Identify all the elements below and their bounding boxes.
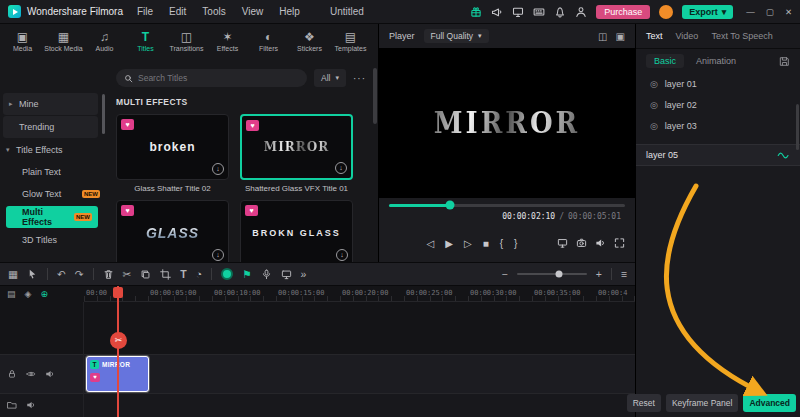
tab-video[interactable]: Video bbox=[676, 31, 699, 41]
audio-track-lane[interactable] bbox=[0, 394, 635, 417]
close-icon[interactable]: ✕ bbox=[785, 7, 792, 17]
search-input[interactable] bbox=[138, 73, 299, 83]
sidebar-item-3d-titles[interactable]: 3D Titles bbox=[0, 229, 106, 251]
bell-icon[interactable] bbox=[554, 6, 566, 18]
tab-text-to-speech[interactable]: Text To Speech bbox=[711, 31, 772, 41]
step-back-button[interactable]: ◁ bbox=[427, 238, 435, 249]
download-icon[interactable]: ↓ bbox=[335, 162, 347, 174]
manage-tracks-icon[interactable]: ▤ bbox=[7, 289, 16, 299]
library-scrollbar[interactable] bbox=[373, 68, 377, 124]
workspace-layout-icon[interactable]: ▦ bbox=[8, 268, 18, 280]
split-view-icon[interactable]: ◫ bbox=[598, 31, 607, 42]
subtab-basic[interactable]: Basic bbox=[646, 54, 684, 68]
template-thumb-shattered-glass-01[interactable]: ♥ MIRROR ↓ bbox=[240, 114, 353, 180]
seek-bar[interactable] bbox=[389, 204, 625, 207]
template-thumb-brokn-glass[interactable]: ♥ BROKN GLASS ↓ bbox=[240, 200, 353, 262]
search-box[interactable] bbox=[116, 69, 307, 87]
text-tool-icon[interactable]: T bbox=[180, 268, 186, 280]
volume-icon[interactable] bbox=[595, 238, 606, 249]
copy-icon[interactable] bbox=[140, 269, 151, 280]
track-folder-icon[interactable] bbox=[7, 400, 17, 410]
sidebar-item-glow-text[interactable]: Glow Text NEW bbox=[0, 183, 106, 205]
download-icon[interactable]: ↓ bbox=[336, 249, 348, 261]
sidebar-item-trending[interactable]: Trending bbox=[3, 116, 98, 138]
split-scissors-icon[interactable]: ✂ bbox=[123, 268, 132, 280]
play-button[interactable]: ▶ bbox=[445, 238, 453, 249]
marker-flag-icon[interactable]: ⚑ bbox=[242, 268, 251, 280]
motion-track-icon[interactable]: ⊕ bbox=[40, 289, 48, 299]
undo-icon[interactable]: ↶ bbox=[57, 268, 66, 280]
playhead-line[interactable] bbox=[117, 286, 119, 417]
sidebar-item-mine[interactable]: ▸ Mine bbox=[3, 93, 98, 115]
keyframe-panel-button[interactable]: Keyframe Panel bbox=[666, 394, 738, 412]
snapshot-camera-icon[interactable] bbox=[576, 238, 587, 249]
tab-titles[interactable]: TTitles bbox=[125, 30, 166, 52]
template-thumb-glass[interactable]: ♥ GLASS ↓ bbox=[116, 200, 229, 262]
active-layer-row[interactable]: layer 05 bbox=[636, 144, 800, 166]
split-scissors-badge[interactable]: ✂ bbox=[110, 332, 127, 349]
tab-stickers[interactable]: ❖Stickers bbox=[289, 30, 330, 52]
mark-out-button[interactable]: } bbox=[514, 238, 517, 249]
track-mute-icon[interactable] bbox=[45, 369, 55, 379]
layer-item-03[interactable]: ◎ layer 03 bbox=[636, 115, 800, 136]
screen-icon[interactable] bbox=[512, 6, 524, 18]
sidebar-item-multi-effects[interactable]: Multi Effects NEW bbox=[6, 206, 98, 228]
timeline-menu-icon[interactable]: ≡ bbox=[621, 268, 627, 280]
template-thumb-glass-shatter-02[interactable]: ♥ broken ↓ bbox=[116, 114, 229, 180]
tab-effects[interactable]: ✶Effects bbox=[207, 30, 248, 52]
account-avatar[interactable] bbox=[659, 5, 673, 19]
screen-record-icon[interactable] bbox=[281, 269, 292, 280]
subtab-animation[interactable]: Animation bbox=[696, 56, 736, 66]
track-eye-icon[interactable] bbox=[26, 369, 36, 379]
display-icon[interactable] bbox=[557, 238, 568, 249]
video-preview[interactable]: MIRROR bbox=[379, 48, 635, 198]
menu-file[interactable]: File bbox=[137, 6, 153, 17]
crop-icon[interactable] bbox=[160, 269, 171, 280]
menu-help[interactable]: Help bbox=[279, 6, 300, 17]
quality-dropdown[interactable]: Full Quality ▾ bbox=[424, 29, 489, 43]
zoom-slider-handle[interactable] bbox=[555, 271, 562, 278]
select-tool-icon[interactable] bbox=[27, 269, 38, 280]
layer-item-02[interactable]: ◎ layer 02 bbox=[636, 94, 800, 115]
playhead-handle[interactable] bbox=[113, 287, 123, 298]
zoom-out-icon[interactable]: − bbox=[502, 268, 508, 280]
redo-icon[interactable]: ↷ bbox=[75, 268, 84, 280]
timeline-zoom-slider[interactable] bbox=[517, 273, 587, 275]
minimize-icon[interactable]: — bbox=[746, 7, 755, 17]
gift-icon[interactable] bbox=[470, 6, 482, 18]
more-tools-icon[interactable]: » bbox=[301, 268, 307, 280]
maximize-icon[interactable]: ▢ bbox=[766, 7, 774, 17]
save-preset-icon[interactable] bbox=[779, 56, 790, 67]
sidebar-item-plain-text[interactable]: Plain Text bbox=[0, 161, 106, 183]
download-icon[interactable]: ↓ bbox=[212, 249, 224, 261]
step-forward-button[interactable]: ▷ bbox=[464, 238, 472, 249]
user-icon[interactable] bbox=[575, 6, 587, 18]
tab-audio[interactable]: ♫Audio bbox=[84, 30, 125, 52]
voiceover-mic-icon[interactable] bbox=[261, 269, 272, 280]
sidebar-item-title-effects[interactable]: ▾ Title Effects bbox=[0, 139, 106, 161]
layer-item-01[interactable]: ◎ layer 01 bbox=[636, 73, 800, 94]
menu-edit[interactable]: Edit bbox=[169, 6, 186, 17]
tab-stock-media[interactable]: ▦Stock Media bbox=[43, 30, 84, 52]
tab-filters[interactable]: ◐Filters bbox=[248, 30, 289, 52]
time-ruler[interactable]: 00:00 00:00:05:00 00:00:10:00 00:00:15:0… bbox=[84, 286, 635, 302]
tab-templates[interactable]: ▤Templates bbox=[330, 30, 371, 52]
stop-button[interactable]: ■ bbox=[483, 238, 489, 249]
track-mute-icon[interactable] bbox=[26, 400, 36, 410]
auto-ripple-toggle-icon[interactable] bbox=[221, 268, 233, 280]
export-button[interactable]: Export ▾ bbox=[682, 5, 733, 19]
track-lock-icon[interactable] bbox=[7, 369, 17, 379]
seek-handle[interactable] bbox=[446, 201, 455, 210]
menu-view[interactable]: View bbox=[242, 6, 264, 17]
mark-in-button[interactable]: { bbox=[500, 238, 503, 249]
delete-icon[interactable] bbox=[103, 269, 114, 280]
advanced-button[interactable]: Advanced bbox=[743, 394, 796, 412]
keyboard-icon[interactable] bbox=[533, 6, 545, 18]
filter-dropdown[interactable]: All ▾ bbox=[314, 69, 346, 87]
more-options-icon[interactable]: ··· bbox=[353, 73, 366, 84]
snap-icon[interactable]: ◈ bbox=[25, 289, 32, 299]
purchase-button[interactable]: Purchase bbox=[596, 5, 650, 19]
reset-button[interactable]: Reset bbox=[627, 394, 661, 412]
tab-media[interactable]: ▣Media bbox=[2, 30, 43, 52]
fullscreen-icon[interactable] bbox=[614, 238, 625, 249]
